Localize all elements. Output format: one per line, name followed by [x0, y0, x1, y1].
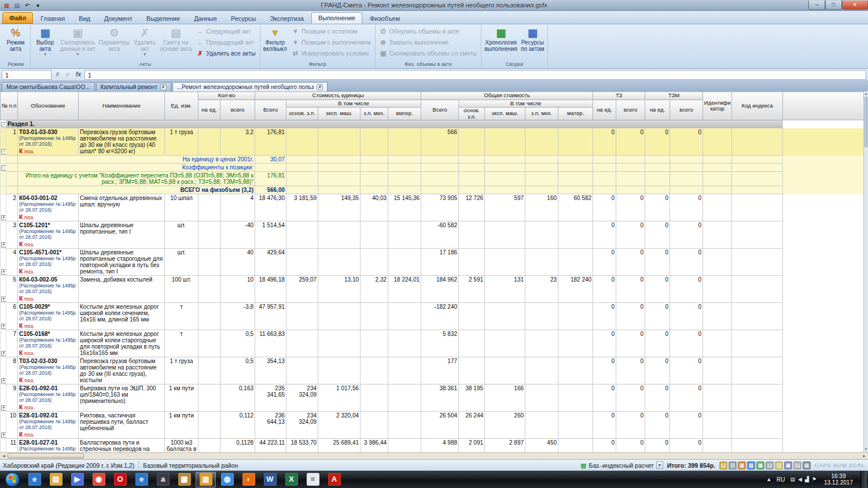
ribbon-button[interactable]: ←Предыдущий акт: [194, 37, 258, 47]
cell-tc-zpm[interactable]: [525, 221, 558, 249]
cell-qty[interactable]: 0,5: [220, 357, 255, 385]
cell-tc-exp[interactable]: 166: [485, 385, 525, 412]
cell-tzm-tot[interactable]: 0: [670, 128, 703, 156]
position-basis[interactable]: К04-03-001-02(Распоряжение № 1495р от 28…: [18, 194, 79, 221]
subrow-empty-cell[interactable]: [558, 156, 593, 164]
cell-tz-tot[interactable]: 0: [616, 128, 645, 156]
subrow-empty-cell[interactable]: [670, 156, 703, 164]
status-total[interactable]: Итого: 399 854р.: [667, 462, 715, 469]
subrow-empty-cell[interactable]: [318, 156, 361, 164]
grand-smeta-icon[interactable]: ▥: [196, 472, 216, 487]
cell-qty-per[interactable]: [198, 385, 220, 412]
ribbon-tab-Вид[interactable]: Вид: [72, 13, 97, 24]
cell-tc-mat[interactable]: 60 582: [558, 194, 593, 221]
cell-ident[interactable]: [703, 330, 732, 357]
subrow-empty-cell[interactable]: [670, 172, 703, 186]
cell-tzm-tot[interactable]: 0: [670, 194, 703, 221]
cell-tc-total[interactable]: 73 905: [421, 194, 459, 221]
cell-tc-total[interactable]: 38 361: [421, 385, 459, 412]
ribbon-tab-Файл[interactable]: Файл: [2, 12, 33, 24]
cell-tc-zpm[interactable]: [525, 303, 558, 330]
subrow-empty-cell[interactable]: [421, 156, 459, 164]
action-center-icon[interactable]: ⚑: [812, 476, 816, 482]
position-row[interactable]: +5К04-03-002-05(Распоряжение № 1495р от …: [1, 276, 864, 303]
collapse-icon[interactable]: -: [1, 149, 6, 154]
collapse-icon[interactable]: -: [1, 165, 6, 171]
cell-uc-total[interactable]: 176,81: [255, 128, 286, 156]
vertical-scroll-thumb[interactable]: [865, 97, 867, 147]
position-name[interactable]: Смена отдельных деревянных шпал: вручную: [79, 194, 165, 221]
position-unit[interactable]: 10 шпал: [165, 194, 198, 221]
cell-tc-osn[interactable]: 2 091: [459, 439, 485, 453]
cell-uc-total[interactable]: 236 644,13: [255, 412, 286, 439]
cell-tzm-per[interactable]: 0: [645, 330, 670, 357]
cell-tz-per[interactable]: 0: [593, 128, 616, 156]
subrow-empty-cell[interactable]: [421, 186, 459, 194]
cell-tz-per[interactable]: 0: [593, 330, 616, 357]
position-basis[interactable]: Т03-02-03-030(Распоряжение № 1495р от 28…: [18, 357, 79, 385]
ribbon-button[interactable]: →Следующий акт: [194, 26, 258, 36]
cell-uc-mat[interactable]: 18 224,01: [388, 276, 421, 303]
subrow-empty-cell[interactable]: [318, 172, 361, 186]
cell-uc-exp[interactable]: [318, 357, 361, 385]
position-row[interactable]: +10Е28-01-092-01(Распоряжение № 1495р от…: [1, 412, 864, 439]
cell-tz-per[interactable]: 0: [593, 249, 616, 276]
cell-qty-per[interactable]: [198, 194, 220, 221]
subrow-empty-cell[interactable]: [593, 172, 616, 186]
opera-icon[interactable]: O: [110, 472, 130, 487]
subrow-empty-cell[interactable]: [616, 186, 645, 194]
position-basis[interactable]: С105-4571-001*(Распоряжение № 1495р от 2…: [18, 249, 79, 276]
subrow-empty-cell[interactable]: [459, 156, 485, 164]
ribbon-tab-Экспертиза[interactable]: Экспертиза: [263, 13, 310, 24]
position-unit[interactable]: 1000 м3 балласта в призме: [165, 439, 198, 453]
cell-qty[interactable]: 40: [220, 249, 255, 276]
subrow-empty-cell[interactable]: [286, 156, 318, 164]
document-tab[interactable]: Мои сметы\Быкова Саша\ОО...: [2, 82, 95, 91]
expand-icon[interactable]: +: [1, 242, 6, 247]
cell-tc-total[interactable]: 4 988: [421, 439, 459, 453]
cell-tc-zpm[interactable]: 23: [525, 276, 558, 303]
cell-tc-total[interactable]: -182 240: [421, 303, 459, 330]
acrobat-icon[interactable]: A: [324, 472, 344, 487]
position-row[interactable]: +7С105-0168*(Распоряжение № 1495р от 28.…: [1, 330, 864, 357]
cell-tz-per[interactable]: 0: [593, 385, 616, 412]
position-unit[interactable]: т: [165, 303, 198, 330]
cell-uc-osn[interactable]: [286, 303, 318, 330]
cell-uc-osn[interactable]: [286, 357, 318, 385]
subrow-empty-cell[interactable]: [703, 164, 732, 172]
ribbon-tab-Выполнение[interactable]: Выполнение: [311, 12, 362, 24]
cell-tc-mat[interactable]: [558, 357, 593, 385]
cell-ident[interactable]: [703, 439, 732, 453]
subrow-empty-cell[interactable]: [361, 164, 388, 172]
subrow-empty-cell[interactable]: [593, 186, 616, 194]
cell-tc-mat[interactable]: [558, 249, 593, 276]
subrow-empty-cell[interactable]: [459, 164, 485, 172]
cell-qty[interactable]: 0,112: [220, 412, 255, 439]
position-name[interactable]: Перевозка грузов бортовым автомобилем на…: [79, 128, 165, 156]
ribbon-button[interactable]: ▦Хронология выполнения: [483, 25, 518, 52]
cell-uc-total[interactable]: 11 663,83: [255, 330, 286, 357]
cell-tc-mat[interactable]: [558, 330, 593, 357]
cell-uc-zpm[interactable]: 2,32: [361, 276, 388, 303]
ribbon-button[interactable]: ▦Ресурсы по актам: [520, 25, 546, 52]
cell-qty-per[interactable]: [198, 412, 220, 439]
briefcase-icon[interactable]: ▦: [174, 472, 194, 487]
position-unit[interactable]: шт.: [165, 221, 198, 249]
qat-dropdown-icon[interactable]: ▾: [34, 2, 42, 9]
cell-uc-zpm[interactable]: [361, 249, 388, 276]
cell-tc-exp[interactable]: [485, 303, 525, 330]
cell-tzm-tot[interactable]: 0: [670, 439, 703, 453]
cell-uc-zpm[interactable]: 3 986,44: [361, 439, 388, 453]
cell-tzm-per[interactable]: 0: [645, 276, 670, 303]
ribbon-button[interactable]: ✗Удалить акт▾: [132, 25, 157, 56]
cell-qty[interactable]: 0,5: [220, 330, 255, 357]
cell-tz-per[interactable]: 0: [593, 357, 616, 385]
subrow-empty-cell[interactable]: [318, 186, 361, 194]
expand-icon[interactable]: +: [1, 432, 6, 438]
cell-tzm-per[interactable]: 0: [645, 249, 670, 276]
subrow-empty-cell[interactable]: [703, 186, 732, 194]
ribbon-tab-Ресурсы[interactable]: Ресурсы: [225, 13, 262, 24]
subrow-empty-cell[interactable]: [361, 156, 388, 164]
language-indicator[interactable]: RU: [775, 476, 786, 483]
cell-kod[interactable]: [732, 412, 783, 439]
